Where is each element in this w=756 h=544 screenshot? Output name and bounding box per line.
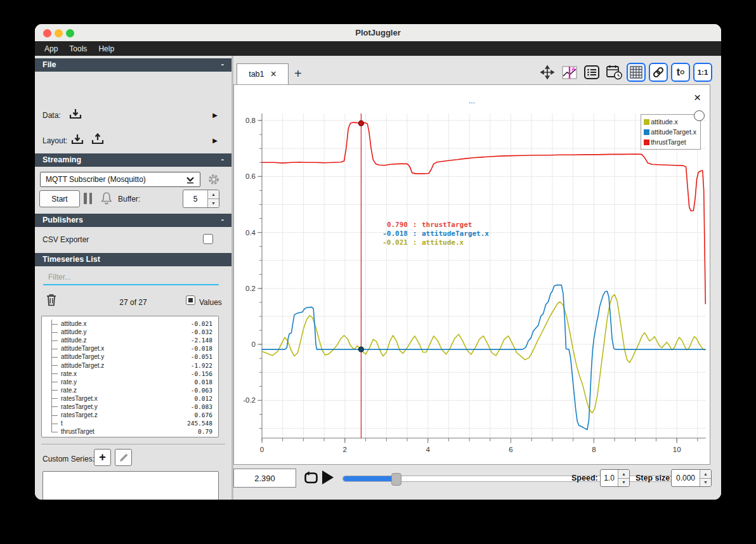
svg-text:8: 8 [592, 446, 596, 453]
svg-text:0.4: 0.4 [245, 229, 256, 236]
curve-tracker-icon[interactable]: A [560, 63, 579, 82]
timeseries-row[interactable]: thrustTarget0.79 [42, 427, 218, 436]
current-time-field[interactable]: 2.390 [233, 469, 296, 488]
menu-item-tools[interactable]: Tools [63, 44, 93, 53]
plot-close-icon[interactable]: × [694, 91, 701, 103]
plot-toolbar: A tO 1:1 [538, 62, 712, 82]
spin-up-icon[interactable]: ▲ [700, 470, 711, 479]
tree-branch [51, 340, 58, 341]
collapse-icon[interactable]: - [221, 214, 224, 227]
legend-entry[interactable]: thrustTarget [644, 137, 696, 147]
spin-down-icon[interactable]: ▼ [208, 199, 219, 207]
file-section-header[interactable]: File - [35, 58, 231, 72]
streaming-section-header[interactable]: Streaming - [35, 153, 231, 167]
legend-entry[interactable]: attitude.x [644, 117, 696, 127]
speed-spinner[interactable]: 1.0 ▲▼ [600, 469, 630, 487]
sidebar: File - Data: ▶ Layout: ▶ Streaming - M [35, 56, 231, 500]
timeseries-list[interactable]: attitude.x-0.021attitude.y-0.032attitude… [41, 316, 219, 437]
fullscreen-arrows-icon[interactable] [538, 63, 557, 82]
pause-icon[interactable] [84, 193, 92, 204]
gear-icon[interactable] [207, 173, 220, 186]
load-data-icon[interactable] [68, 107, 83, 122]
add-tab-button[interactable]: + [294, 67, 302, 81]
timeseries-row[interactable]: t245.548 [42, 419, 218, 427]
timeseries-row[interactable]: attitude.y-0.032 [42, 328, 218, 336]
tree-branch [51, 349, 58, 349]
bell-icon[interactable] [100, 191, 114, 205]
timeseries-row[interactable]: ratesTarget.y-0.083 [42, 403, 218, 411]
tree-branch [51, 324, 58, 325]
streaming-source-select[interactable]: MQTT Subscriber (Mosquitto) [40, 172, 200, 187]
menu-item-app[interactable]: App [39, 44, 63, 53]
values-checkbox[interactable] [186, 295, 195, 305]
series-value: -0.156 [191, 370, 218, 377]
tooltip-line: -0.021:attitude.x [375, 238, 489, 247]
spin-up-icon[interactable]: ▲ [208, 190, 219, 199]
load-layout-icon[interactable] [70, 132, 85, 147]
spin-down-icon[interactable]: ▼ [700, 479, 711, 487]
layout-expander-arrow[interactable]: ▶ [212, 137, 218, 144]
add-custom-series-button[interactable]: + [94, 449, 111, 466]
buffer-spinner[interactable]: 5 ▲▼ [183, 190, 219, 208]
slider-handle[interactable] [391, 473, 401, 486]
series-value: -0.051 [191, 353, 218, 360]
spin-down-icon[interactable]: ▼ [618, 479, 629, 487]
step-size-spinner[interactable]: 0.000 ▲▼ [671, 469, 712, 487]
tab-close-icon[interactable]: × [271, 69, 277, 79]
filter-input[interactable] [43, 270, 219, 285]
tree-branch [51, 415, 58, 416]
ratio-button[interactable]: 1:1 [693, 63, 712, 82]
series-name: ratesTarget.y [61, 403, 98, 410]
series-name: attitudeTarget.z [61, 362, 104, 369]
spin-up-icon[interactable]: ▲ [618, 470, 629, 479]
timeseries-row[interactable]: ratesTarget.x0.012 [42, 394, 218, 403]
legend-entry[interactable]: attitudeTarget.x [644, 127, 696, 137]
timeseries-row[interactable]: rate.z-0.063 [42, 386, 218, 394]
tab-label: tab1 [249, 70, 264, 79]
legend-toggle-circle[interactable] [694, 110, 705, 121]
timeseries-row[interactable]: attitudeTarget.z-1.922 [42, 361, 218, 369]
series-name: ratesTarget.x [61, 395, 98, 402]
data-label: Data: [42, 111, 61, 120]
svg-text:10: 10 [673, 446, 681, 453]
data-expander-arrow[interactable]: ▶ [212, 112, 218, 119]
play-button[interactable] [322, 470, 334, 484]
grid-layout-button[interactable] [627, 63, 646, 82]
tree-branch [51, 424, 58, 424]
series-name: rate.x [61, 370, 77, 377]
tab-tab1[interactable]: tab1 × [237, 63, 289, 84]
collapse-icon[interactable]: - [221, 58, 224, 72]
collapse-icon[interactable]: - [221, 153, 224, 167]
datetime-icon[interactable] [604, 63, 623, 82]
menu-bar: AppToolsHelp [35, 41, 721, 56]
timeseries-row[interactable]: rate.x-0.156 [42, 370, 218, 378]
start-button[interactable]: Start [39, 190, 80, 207]
screen-background: PlotJuggler AppToolsHelp File - Data: ▶ … [0, 0, 756, 544]
legend-swatch [644, 119, 649, 125]
timeseries-row[interactable]: attitudeTarget.x-0.018 [42, 344, 218, 353]
speed-value: 1.0 [601, 470, 618, 486]
time-offset-button[interactable]: tO [671, 63, 690, 82]
timeseries-row[interactable]: ratesTarget.z0.676 [42, 411, 218, 419]
tree-branch [51, 382, 58, 382]
timeseries-row[interactable]: attitudeTarget.y-0.051 [42, 353, 218, 361]
edit-custom-series-button[interactable] [115, 449, 132, 466]
chart-canvas[interactable]: 0246810-0.200.20.40.60.8 [237, 110, 709, 456]
loop-icon[interactable] [303, 470, 319, 486]
timeseries-section-header[interactable]: Timeseries List [35, 253, 231, 266]
custom-series-list[interactable] [42, 471, 219, 500]
timeseries-section-title: Timeseries List [42, 255, 100, 264]
timeseries-row[interactable]: attitude.x-0.021 [42, 320, 218, 328]
series-value: -0.063 [191, 387, 218, 394]
plot-legend[interactable]: attitude.xattitudeTarget.xthrustTarget [641, 114, 701, 150]
timeseries-row[interactable]: attitude.z-2.148 [42, 336, 218, 344]
svg-text:0: 0 [252, 340, 256, 348]
link-axes-button[interactable] [649, 63, 668, 82]
legend-list-icon[interactable] [582, 63, 601, 82]
plot-panel[interactable]: ... × attitude.xattitudeTarget.xthrustTa… [233, 84, 710, 465]
save-layout-icon[interactable] [90, 132, 105, 147]
csv-exporter-checkbox[interactable] [203, 234, 213, 244]
timeseries-row[interactable]: rate.y0.018 [42, 378, 218, 386]
menu-item-help[interactable]: Help [93, 44, 120, 53]
publishers-section-header[interactable]: Publishers - [35, 214, 231, 227]
